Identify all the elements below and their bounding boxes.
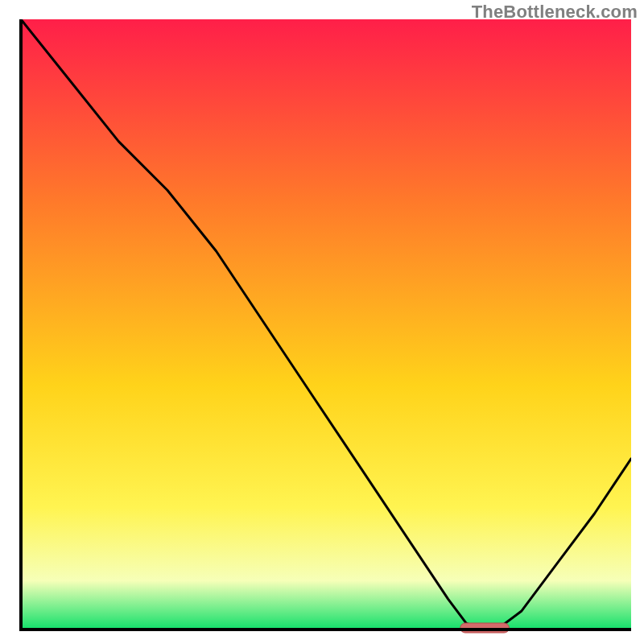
gradient-background [21,19,631,630]
chart-plot-area [14,19,631,636]
chart-svg [14,19,631,636]
